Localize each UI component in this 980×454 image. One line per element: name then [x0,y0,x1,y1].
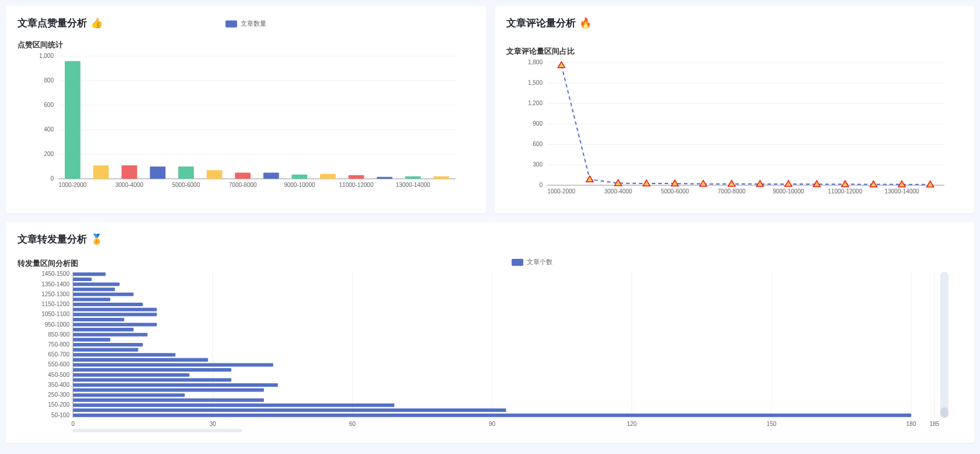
svg-text:5000-6000: 5000-6000 [661,188,689,195]
svg-rect-79 [73,303,143,306]
likes-chart-svg: 02004006008001,0001000-20003000-40005000… [18,50,461,196]
svg-rect-91 [73,363,273,366]
svg-text:850-900: 850-900 [48,331,69,337]
svg-text:650-700: 650-700 [48,351,69,358]
shares-title: 文章转发量分析 🏅 [18,233,962,246]
svg-text:60: 60 [349,421,356,427]
svg-text:1050-1100: 1050-1100 [41,311,69,317]
svg-text:300: 300 [533,161,543,168]
svg-rect-80 [73,307,157,311]
shares-chart: 03060901201501801851450-15001350-1400125… [18,269,962,432]
svg-rect-25 [405,176,421,179]
svg-text:450-500: 450-500 [48,371,69,377]
svg-rect-97 [73,393,185,397]
svg-rect-87 [73,342,143,346]
medal-icon: 🏅 [91,233,103,245]
svg-text:150-200: 150-200 [48,401,69,408]
svg-rect-15 [121,165,137,179]
svg-text:150: 150 [767,421,777,427]
svg-rect-78 [73,297,110,301]
svg-text:9000-10000: 9000-10000 [773,188,804,195]
svg-rect-75 [73,282,120,286]
comments-chart-svg: 03006009001,2001,5001,8001000-20003000-4… [506,57,950,203]
scrollbar-track[interactable] [940,272,948,418]
svg-rect-82 [73,317,124,321]
svg-text:30: 30 [210,421,217,427]
svg-text:120: 120 [627,421,637,427]
svg-text:3000-4000: 3000-4000 [604,188,632,195]
svg-text:1,000: 1,000 [39,53,54,59]
svg-rect-101 [73,413,911,417]
svg-rect-20 [263,173,279,179]
svg-text:900: 900 [533,120,543,127]
svg-text:1,200: 1,200 [527,100,542,106]
svg-text:250-300: 250-300 [48,391,69,398]
svg-rect-93 [73,373,189,376]
svg-rect-23 [349,175,364,179]
likes-title-text: 文章点赞量分析 [18,16,87,30]
svg-text:13000-14000: 13000-14000 [396,182,430,188]
likes-legend-label: 文章数量 [241,19,266,28]
svg-text:50-100: 50-100 [51,411,70,418]
svg-text:1,800: 1,800 [527,59,542,65]
svg-text:13000-14000: 13000-14000 [884,188,919,195]
svg-rect-85 [73,332,148,336]
svg-rect-92 [73,368,231,372]
svg-text:950-1000: 950-1000 [45,321,70,327]
svg-rect-90 [73,358,208,361]
svg-text:600: 600 [533,141,543,147]
svg-text:11000-12000: 11000-12000 [828,188,862,195]
comments-chart: 03006009001,2001,5001,8001000-20003000-4… [506,57,963,203]
svg-text:1000-2000: 1000-2000 [58,182,86,188]
svg-text:550-600: 550-600 [48,361,69,368]
svg-text:1,500: 1,500 [527,79,542,86]
likes-card: 文章点赞量分析 👍 文章数量 点赞区间统计 02004006008001,000… [6,6,486,213]
svg-text:0: 0 [539,182,543,188]
svg-text:11000-12000: 11000-12000 [339,182,374,188]
svg-text:200: 200 [44,151,54,157]
svg-text:9000-10000: 9000-10000 [284,182,315,188]
svg-rect-89 [73,353,175,356]
legend-swatch [225,20,237,27]
svg-text:1150-1200: 1150-1200 [41,301,69,307]
svg-text:1250-1300: 1250-1300 [41,290,69,297]
svg-rect-94 [73,378,231,382]
svg-text:3000-4000: 3000-4000 [116,182,144,188]
svg-rect-18 [207,170,223,179]
svg-rect-98 [73,398,264,401]
svg-text:7000-8000: 7000-8000 [229,182,257,188]
svg-text:5000-6000: 5000-6000 [172,182,200,188]
svg-rect-76 [73,287,115,291]
svg-rect-24 [377,177,392,179]
thumbs-up-icon: 👍 [91,17,103,29]
svg-text:180: 180 [906,421,916,427]
fire-icon: 🔥 [579,17,592,29]
svg-rect-81 [73,313,157,316]
svg-text:350-400: 350-400 [48,381,69,387]
shares-subtitle: 转发量区间分析图 [18,258,78,269]
shares-card: 文章转发量分析 🏅 转发量区间分析图 文章个数 0306090120150180… [6,222,974,443]
svg-rect-77 [73,292,134,296]
svg-text:1450-1500: 1450-1500 [41,271,69,277]
shares-legend-label: 文章个数 [527,258,552,266]
svg-text:0: 0 [50,175,54,182]
svg-rect-14 [93,165,109,179]
svg-rect-16 [150,167,166,179]
zoom-slider[interactable] [73,429,242,432]
svg-rect-83 [73,323,157,326]
svg-text:750-800: 750-800 [48,341,69,348]
likes-chart: 02004006008001,0001000-20003000-40005000… [18,50,474,196]
shares-chart-svg: 03060901201501801851450-15001350-1400125… [18,269,952,432]
shares-legend: 文章个数 [102,258,962,266]
svg-text:1350-1400: 1350-1400 [41,280,69,287]
svg-text:1000-2000: 1000-2000 [547,188,575,195]
svg-rect-100 [73,408,506,412]
svg-text:800: 800 [44,77,54,84]
legend-swatch [512,259,523,266]
svg-rect-19 [235,173,251,179]
scrollbar-thumb[interactable] [940,407,948,418]
likes-subtitle: 点赞区间统计 [18,40,474,50]
svg-rect-17 [178,167,194,179]
shares-title-text: 文章转发量分析 [18,233,87,246]
comments-title: 文章评论量分析 🔥 [506,16,963,30]
